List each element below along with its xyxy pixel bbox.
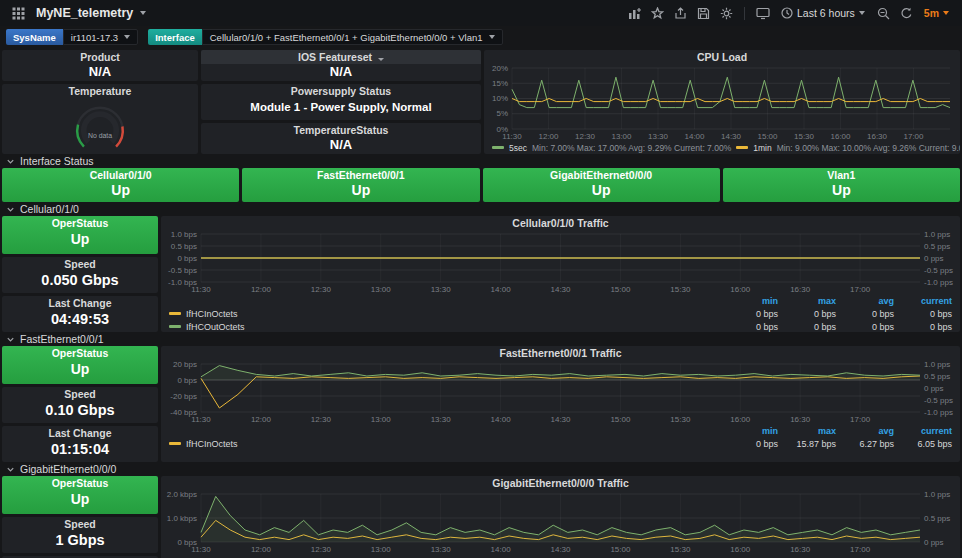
interface-status-row: Cellular0/1/0 Up FastEthernet0/0/1 Up Gi… [2,168,960,202]
add-panel-icon[interactable] [624,3,645,23]
row-header-interface-status[interactable]: Interface Status [2,154,960,168]
svg-text:14:30: 14:30 [550,545,571,554]
status-panel-gigabitethernet-value: Up [483,182,720,198]
svg-text:-1.0 pps: -1.0 pps [924,278,953,287]
svg-text:-0.5 bps: -0.5 bps [168,266,197,275]
gigabitethernet-traffic-title[interactable]: GigabitEthernet0/0/0 Traffic [161,476,960,490]
cellular-operstatus-value: Up [2,230,158,248]
svg-text:0 pps: 0 pps [924,384,944,393]
refresh-icon[interactable] [896,3,917,23]
ios-featureset-panel-title[interactable]: IOS Featureset [201,50,481,64]
cellular-lastchange-value: 04:49:53 [2,310,158,329]
legend-series-1min[interactable]: 1min [753,143,771,153]
fastethernet-traffic-chart[interactable]: 20 bps0 bps-20 bps-40 bps1.0 pps0.5 pps0… [161,360,960,424]
powersupply-panel-title[interactable]: Powersupply Status [201,84,481,98]
share-icon[interactable] [670,3,691,23]
series-marker [169,325,181,328]
zoom-out-icon[interactable] [873,3,894,23]
status-panel-cellular-title[interactable]: Cellular0/1/0 [2,168,239,182]
svg-text:0.5 pps: 0.5 pps [924,514,950,523]
fastethernet-traffic-title[interactable]: FastEthernet0/0/1 Traffic [161,346,960,360]
fastethernet-operstatus-title[interactable]: OperStatus [2,346,158,360]
refresh-interval-dropdown[interactable]: 5m [919,7,954,19]
legend-col-min[interactable]: min [720,426,778,436]
variable-sysname-label: SysName [6,29,63,45]
gigabitethernet-traffic-chart[interactable]: 2.0 kbps1.0 kbps0 bps1.0 pps0.5 pps0 pps… [161,490,960,554]
cellular-lastchange-title[interactable]: Last Change [2,296,158,310]
powersupply-value: Module 1 - Power Supply, Normal [201,98,481,116]
cellular-traffic-legend: min max avg current IfHCInOctets 0 bps 0… [161,294,960,332]
variable-sysname-dropdown[interactable]: ir1101-17.3 [63,29,138,45]
cellular-operstatus-panel: OperStatus Up [2,216,158,254]
svg-text:11:30: 11:30 [191,415,211,424]
status-panel-fastethernet-title[interactable]: FastEthernet0/0/1 [242,168,479,182]
dashboard-title[interactable]: MyNE_telemetry [36,6,133,20]
legend-col-min[interactable]: min [720,296,778,306]
svg-text:15:00: 15:00 [610,415,631,424]
svg-text:13:30: 13:30 [431,415,452,424]
legend-col-avg[interactable]: avg [836,296,894,306]
svg-text:-1.0 pps: -1.0 pps [924,408,953,417]
variable-interface-label: Interface [148,29,202,45]
navbar: MyNE_telemetry [0,0,962,26]
legend-col-max[interactable]: max [778,426,836,436]
variable-interface-caret-icon [489,35,495,39]
cpu-load-panel: CPU Load 20%15%10%5%0%11:3012:0012:3013:… [484,50,960,154]
refresh-interval-label: 5m [924,7,939,19]
variable-interface-dropdown[interactable]: Cellular0/1/0 + FastEthernet0/0/1 + Giga… [202,29,503,45]
svg-text:14:00: 14:00 [684,132,705,141]
svg-text:15:00: 15:00 [610,285,631,294]
time-range-picker[interactable]: Last 6 hours [775,7,871,19]
cpu-load-legend: 5sec Min: 7.00% Max: 17.00% Avg: 9.29% C… [484,141,960,154]
legend-stats-5sec: Min: 7.00% Max: 17.00% Avg: 9.29% Curren… [532,143,731,153]
legend-series-5sec[interactable]: 5sec [509,143,527,153]
legend-col-current[interactable]: current [894,296,952,306]
legend-col-avg[interactable]: avg [836,426,894,436]
product-panel-title[interactable]: Product [2,50,198,64]
status-panel-fastethernet-value: Up [242,182,479,198]
cellular-traffic-title[interactable]: Cellular0/1/0 Traffic [161,216,960,230]
cpu-load-chart[interactable]: 20%15%10%5%0%11:3012:0012:3013:0013:3014… [484,64,960,141]
gigabitethernet-speed-title[interactable]: Speed [2,517,158,531]
row-header-cellular[interactable]: Cellular0/1/0 [2,202,960,216]
gigabitethernet-speed-panel: Speed 1 Gbps [2,517,158,553]
svg-text:10%: 10% [492,94,508,103]
cycle-view-tv-icon[interactable] [752,3,773,23]
svg-text:17:00: 17:00 [850,545,871,554]
save-icon[interactable] [693,3,714,23]
time-range-label: Last 6 hours [797,7,855,19]
gigabitethernet-operstatus-title[interactable]: OperStatus [2,476,158,490]
legend-col-max[interactable]: max [778,296,836,306]
legend-col-current[interactable]: current [894,426,952,436]
legend-row-ifhcoutoctets: IfHCOutOctets 0 bps 0 bps 0 bps 0 bps [169,320,952,332]
temperature-status-panel-title[interactable]: TemperatureStatus [201,123,481,137]
fastethernet-speed-panel: Speed 0.10 Gbps [2,387,158,423]
settings-gear-icon[interactable] [716,3,737,23]
svg-text:13:30: 13:30 [431,545,452,554]
star-icon[interactable] [647,3,668,23]
temperature-panel-title[interactable]: Temperature [2,84,198,98]
series-marker-1min [736,146,748,149]
svg-text:16:30: 16:30 [790,285,811,294]
status-panel-gigabitethernet-title[interactable]: GigabitEthernet0/0/0 [483,168,720,182]
status-panel-vlan1-title[interactable]: Vlan1 [723,168,960,182]
series-marker-5sec [492,146,504,149]
svg-text:1.0 pps: 1.0 pps [924,230,950,239]
svg-text:1.0 pps: 1.0 pps [924,360,950,369]
row-header-fastethernet[interactable]: FastEthernet0/0/1 [2,332,960,346]
cellular-speed-title[interactable]: Speed [2,257,158,271]
svg-text:0 bps: 0 bps [177,376,197,385]
fastethernet-lastchange-title[interactable]: Last Change [2,426,158,440]
svg-text:12:00: 12:00 [538,132,559,141]
status-panel-cellular: Cellular0/1/0 Up [2,168,239,202]
cellular-operstatus-title[interactable]: OperStatus [2,216,158,230]
legend-row-ifhcinoctets: IfHCInOctets 0 bps 15.87 bps 6.27 bps 6.… [169,437,952,450]
cellular-traffic-chart[interactable]: 1.0 bps0.5 bps0 bps-0.5 bps-1.0 bps1.0 p… [161,230,960,294]
row-header-gigabitethernet[interactable]: GigabitEthernet0/0/0 [2,462,960,476]
svg-text:15:00: 15:00 [757,132,778,141]
dashboards-grid-icon[interactable] [8,3,29,23]
fastethernet-speed-title[interactable]: Speed [2,387,158,401]
svg-text:17:00: 17:00 [903,132,924,141]
cpu-load-panel-title[interactable]: CPU Load [484,50,960,64]
temperature-panel: Temperature No data [2,84,198,154]
